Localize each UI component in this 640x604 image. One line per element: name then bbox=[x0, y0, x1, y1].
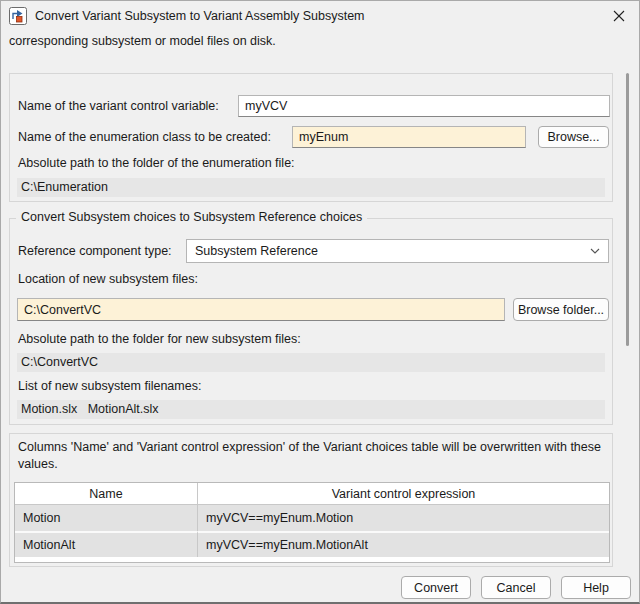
cancel-button[interactable]: Cancel bbox=[481, 576, 551, 599]
variant-control-input[interactable] bbox=[238, 95, 610, 117]
reference-type-dropdown[interactable]: Subsystem Reference bbox=[186, 239, 609, 263]
title-bar: Convert Variant Subsystem to Variant Ass… bbox=[1, 1, 639, 31]
abs-path-value: C:\ConvertVC bbox=[17, 353, 605, 372]
enum-class-input[interactable] bbox=[292, 126, 526, 148]
table-header-row: Name Variant control expression bbox=[15, 483, 609, 505]
cell-name: MotionAlt bbox=[15, 531, 198, 557]
cell-expression: myVCV==myEnum.Motion bbox=[198, 505, 609, 531]
browse-folder-button[interactable]: Browse folder... bbox=[513, 298, 609, 321]
enum-class-label: Name of the enumeration class to be crea… bbox=[18, 126, 271, 148]
overwrite-note: Columns 'Name' and 'Variant control expr… bbox=[18, 439, 608, 473]
close-button[interactable] bbox=[607, 4, 631, 28]
reference-type-label: Reference component type: bbox=[18, 239, 172, 263]
reference-type-value: Subsystem Reference bbox=[195, 244, 590, 258]
filenames-label: List of new subsystem filenames: bbox=[18, 379, 201, 393]
enum-path-value: C:\Enumeration bbox=[17, 178, 605, 197]
cell-expression: myVCV==myEnum.MotionAlt bbox=[198, 531, 609, 557]
column-header-name: Name bbox=[15, 483, 198, 505]
groupbox-legend: Convert Subsystem choices to Subsystem R… bbox=[16, 210, 367, 224]
location-label: Location of new subsystem files: bbox=[18, 272, 198, 286]
convert-choices-groupbox: Convert Subsystem choices to Subsystem R… bbox=[9, 218, 613, 425]
simulink-model-icon bbox=[9, 7, 27, 25]
close-icon bbox=[613, 10, 625, 22]
browse-button[interactable]: Browse... bbox=[538, 126, 609, 148]
convert-button[interactable]: Convert bbox=[401, 576, 471, 599]
chevron-down-icon bbox=[590, 248, 600, 254]
variant-choices-panel: Columns 'Name' and 'Variant control expr… bbox=[9, 433, 613, 567]
description-text: corresponding subsystem or model files o… bbox=[9, 34, 609, 48]
table-row: MotionAlt myVCV==myEnum.MotionAlt bbox=[15, 531, 609, 557]
window-title: Convert Variant Subsystem to Variant Ass… bbox=[35, 9, 365, 23]
abs-path-label: Absolute path to the folder for new subs… bbox=[18, 332, 301, 346]
filenames-value: Motion.slx MotionAlt.slx bbox=[17, 400, 605, 419]
location-input[interactable] bbox=[17, 298, 505, 321]
column-header-expression: Variant control expression bbox=[198, 483, 609, 505]
vertical-scrollbar-thumb[interactable] bbox=[626, 73, 629, 346]
cell-name: Motion bbox=[15, 505, 198, 531]
dialog-window: Convert Variant Subsystem to Variant Ass… bbox=[0, 0, 640, 604]
variant-choices-table: Name Variant control expression Motion m… bbox=[14, 482, 610, 563]
variant-control-panel: Name of the variant control variable: Na… bbox=[9, 73, 613, 202]
table-row: Motion myVCV==myEnum.Motion bbox=[15, 505, 609, 531]
variant-control-label: Name of the variant control variable: bbox=[18, 95, 219, 117]
enum-path-label: Absolute path to the folder of the enume… bbox=[18, 156, 295, 170]
help-button[interactable]: Help bbox=[561, 576, 631, 599]
